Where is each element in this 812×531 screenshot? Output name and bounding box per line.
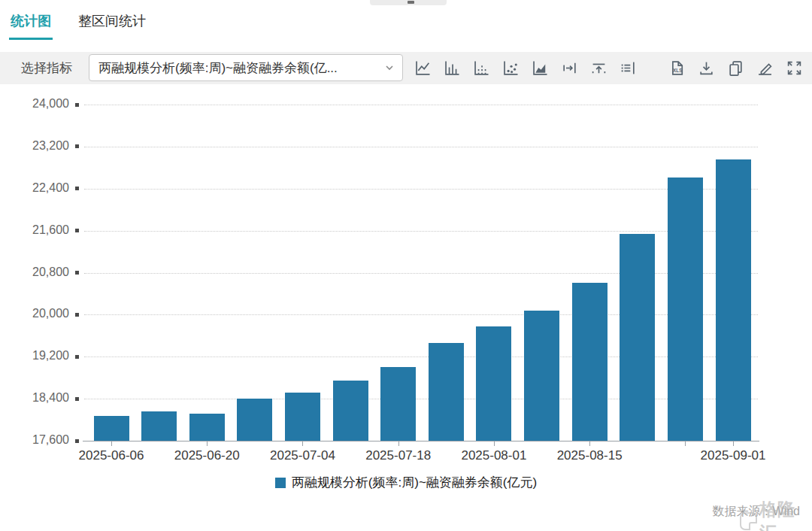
bar[interactable] bbox=[524, 311, 559, 441]
gridline bbox=[84, 105, 758, 105]
gelonghui-watermark-text: 格隆汇 bbox=[759, 498, 812, 531]
y-tick-marker bbox=[75, 439, 79, 443]
bar[interactable] bbox=[476, 326, 511, 441]
x-axis-label: 2025-06-20 bbox=[174, 448, 240, 463]
bar[interactable] bbox=[141, 411, 177, 441]
x-axis-tick bbox=[111, 441, 112, 446]
y-tick-marker bbox=[75, 103, 79, 107]
x-axis-tick bbox=[685, 441, 686, 446]
x-axis-label: 2025-08-15 bbox=[557, 448, 623, 463]
bar[interactable] bbox=[572, 283, 607, 441]
x-axis-tick bbox=[733, 441, 734, 446]
y-tick-marker bbox=[75, 355, 79, 359]
y-tick-marker bbox=[75, 271, 79, 275]
gelonghui-logo-icon bbox=[740, 512, 757, 530]
y-axis-label: 22,400 bbox=[0, 181, 69, 195]
bar[interactable] bbox=[429, 343, 464, 441]
y-axis-label: 20,800 bbox=[0, 266, 69, 279]
y-tick-marker bbox=[75, 313, 79, 317]
bar[interactable] bbox=[285, 393, 320, 441]
gridline bbox=[84, 357, 758, 357]
x-axis-tick bbox=[207, 441, 208, 446]
y-tick-marker bbox=[75, 229, 79, 232]
bar[interactable] bbox=[668, 178, 703, 441]
bar[interactable] bbox=[94, 416, 129, 441]
x-axis-label: 2025-09-01 bbox=[701, 448, 766, 463]
bar[interactable] bbox=[237, 399, 272, 441]
y-axis-label: 23,200 bbox=[0, 139, 69, 153]
bar[interactable] bbox=[333, 381, 368, 441]
bar[interactable] bbox=[380, 367, 416, 441]
x-axis-tick bbox=[302, 441, 303, 446]
gelonghui-watermark: 格隆汇 bbox=[740, 498, 812, 531]
legend-item[interactable]: 两融规模分析(频率:周)~融资融券余额(亿元) bbox=[0, 474, 812, 491]
bar-chart: 17,60018,40019,20020,00020,80021,60022,4… bbox=[0, 0, 812, 531]
y-tick-marker bbox=[75, 187, 79, 190]
y-axis-label: 21,600 bbox=[0, 223, 69, 237]
legend-swatch bbox=[275, 478, 286, 488]
y-axis-label: 24,000 bbox=[0, 97, 69, 111]
x-axis-label: 2025-06-06 bbox=[79, 448, 144, 463]
gridline bbox=[84, 314, 758, 315]
x-axis-tick bbox=[589, 441, 590, 446]
x-axis-label: 2025-08-01 bbox=[461, 448, 526, 463]
y-axis-label: 17,600 bbox=[0, 433, 69, 447]
gridline bbox=[84, 273, 758, 274]
x-axis-tick bbox=[494, 441, 495, 446]
bar[interactable] bbox=[716, 159, 751, 441]
gridline bbox=[84, 231, 758, 232]
gridline bbox=[84, 189, 758, 190]
y-axis-label: 20,000 bbox=[0, 307, 69, 320]
y-tick-marker bbox=[75, 397, 79, 401]
bar[interactable] bbox=[620, 234, 655, 441]
x-axis-label: 2025-07-04 bbox=[270, 448, 335, 463]
bar[interactable] bbox=[189, 414, 225, 441]
x-axis-label: 2025-07-18 bbox=[365, 448, 431, 463]
gridline bbox=[84, 147, 758, 147]
legend-label: 两融规模分析(频率:周)~融资融券余额(亿元) bbox=[292, 474, 537, 491]
gridline bbox=[84, 399, 758, 399]
y-axis-label: 18,400 bbox=[0, 391, 69, 405]
x-axis-line bbox=[83, 441, 759, 441]
y-tick-marker bbox=[75, 144, 79, 148]
x-axis-tick bbox=[398, 441, 399, 446]
y-axis-label: 19,200 bbox=[0, 349, 69, 363]
